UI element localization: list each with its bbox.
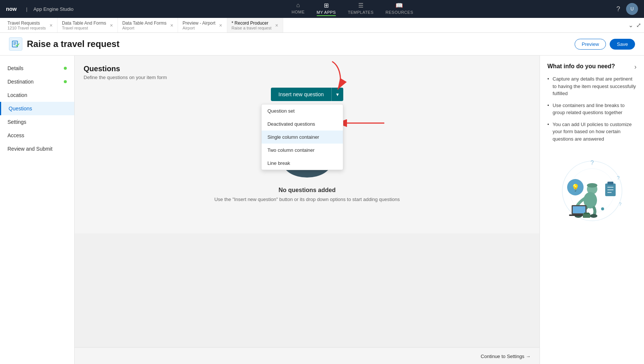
apps-icon: ⊞ <box>324 2 329 9</box>
svg-rect-39 <box>573 206 585 213</box>
svg-rect-42 <box>584 213 589 214</box>
tab-preview-airport[interactable]: Preview - Airport Airport × <box>178 18 227 32</box>
now-logo: now <box>6 5 21 13</box>
user-avatar[interactable]: U <box>626 3 638 15</box>
main-layout: Details Destination Location Questions S… <box>0 56 644 364</box>
preview-button[interactable]: Preview <box>575 39 606 50</box>
tab-bar: Travel Requests 1210 Travel requests × D… <box>0 18 644 33</box>
tab-close-data-airport[interactable]: × <box>170 22 173 28</box>
right-panel-toggle[interactable]: › <box>634 63 637 71</box>
sidebar-label-location: Location <box>7 92 27 98</box>
insert-new-question-button[interactable]: Insert new question <box>271 88 331 101</box>
tab-expand-button[interactable]: ⤢ <box>636 22 641 29</box>
page-header: Raise a travel request Preview Save <box>0 33 644 56</box>
empty-title: No questions added <box>279 187 336 194</box>
tab-record-producer[interactable]: * Record Producer Raise a travel request… <box>227 18 283 32</box>
tab-bar-right: ⌄ ⤢ <box>628 22 641 29</box>
dropdown-item-two-column[interactable]: Two column container <box>262 144 343 157</box>
sidebar-item-questions[interactable]: Questions <box>0 102 74 115</box>
insert-dropdown-toggle[interactable]: ▾ <box>331 88 343 101</box>
content-area: Questions Define the questions on your i… <box>75 56 540 233</box>
nav-templates[interactable]: ☰ TEMPLATES <box>348 2 373 16</box>
dropdown-item-single-column[interactable]: Single column container <box>262 131 343 144</box>
svg-text:?: ? <box>617 175 620 181</box>
tab-close-travel[interactable]: × <box>50 22 53 28</box>
logo-area: now | App Engine Studio <box>6 5 74 13</box>
dropdown-item-question-set[interactable]: Question set <box>262 104 343 117</box>
nav-items: ⌂ HOME ⊞ MY APPS ☰ TEMPLATES 📖 RESOURCES <box>88 2 616 16</box>
continue-to-settings-button[interactable]: Continue to Settings → <box>481 354 531 359</box>
sidebar-dot-details <box>64 67 67 70</box>
content-wrapper: Questions Define the questions on your i… <box>75 56 540 364</box>
tab-close-data-travel[interactable]: × <box>110 22 113 28</box>
tab-close-preview[interactable]: × <box>219 22 222 28</box>
studio-name: App Engine Studio <box>33 6 74 12</box>
svg-point-34 <box>587 183 597 188</box>
resources-icon: 📖 <box>396 2 403 9</box>
empty-desc: Use the "Insert new question" button or … <box>214 197 400 202</box>
sidebar-label-review: Review and Submit <box>7 146 53 152</box>
tab-travel-requests[interactable]: Travel Requests 1210 Travel requests × <box>3 18 57 32</box>
right-panel: What info do you need? › Capture any det… <box>540 56 644 364</box>
top-navigation: now | App Engine Studio ⌂ HOME ⊞ MY APPS… <box>0 0 644 18</box>
insert-btn-container: Insert new question ▾ <box>271 88 343 101</box>
sidebar-item-review[interactable]: Review and Submit <box>0 142 74 156</box>
sidebar-label-access: Access <box>7 132 24 138</box>
dropdown-item-deactivated[interactable]: Deactivated questions <box>262 117 343 131</box>
continue-btn-area: Continue to Settings → <box>75 347 540 364</box>
svg-text:now: now <box>6 6 17 12</box>
person-svg: ? ? ? 💡 <box>547 150 637 225</box>
nav-right: ? U <box>616 3 638 15</box>
sidebar-dot-destination <box>64 80 67 83</box>
sidebar-item-location[interactable]: Location <box>0 88 74 102</box>
info-item-3: You can add UI policies to customize you… <box>547 121 637 143</box>
sidebar-label-questions: Questions <box>9 106 32 112</box>
sidebar-label-details: Details <box>7 65 24 71</box>
insert-btn-group: Insert new question ▾ <box>271 88 343 101</box>
home-icon: ⌂ <box>296 2 300 9</box>
content-subtitle: Define the questions on your item form <box>84 75 531 80</box>
page-icon <box>9 37 22 51</box>
sidebar-item-settings[interactable]: Settings <box>0 115 74 129</box>
dropdown-menu: Question set Deactivated questions Singl… <box>261 104 343 170</box>
right-panel-title: What info do you need? <box>547 63 615 70</box>
tab-close-record[interactable]: × <box>275 22 278 28</box>
person-illustration: ? ? ? 💡 <box>547 150 637 225</box>
sidebar-item-destination[interactable]: Destination <box>0 75 74 88</box>
sidebar-item-details[interactable]: Details <box>0 62 74 75</box>
svg-text:💡: 💡 <box>571 183 580 192</box>
tab-data-table-airport[interactable]: Data Table And Forms Airport × <box>118 18 178 32</box>
sidebar-item-access[interactable]: Access <box>0 129 74 142</box>
svg-point-37 <box>590 214 597 218</box>
svg-rect-29 <box>607 182 613 185</box>
info-item-2: Use containers and line breaks to group … <box>547 102 637 116</box>
content-main: Questions Define the questions on your i… <box>75 56 540 347</box>
sidebar-label-destination: Destination <box>7 79 34 85</box>
info-item-1: Capture any details that are pertinent t… <box>547 75 637 97</box>
content-header: Questions Define the questions on your i… <box>84 65 531 80</box>
save-button[interactable]: Save <box>610 39 635 50</box>
templates-icon: ☰ <box>358 2 364 9</box>
sidebar: Details Destination Location Questions S… <box>0 56 75 364</box>
tab-overflow-button[interactable]: ⌄ <box>628 22 633 29</box>
svg-point-43 <box>601 207 604 210</box>
dropdown-item-line-break[interactable]: Line break <box>262 157 343 170</box>
nav-home[interactable]: ⌂ HOME <box>292 2 305 16</box>
nav-resources[interactable]: 📖 RESOURCES <box>385 2 413 16</box>
tab-data-table-travel[interactable]: Data Table And Forms Travel request × <box>57 18 118 32</box>
page-title: Raise a travel request <box>27 39 119 49</box>
svg-text:?: ? <box>591 160 594 166</box>
content-title: Questions <box>84 65 531 73</box>
nav-my-apps[interactable]: ⊞ MY APPS <box>317 2 336 16</box>
info-list: Capture any details that are pertinent t… <box>547 75 637 142</box>
svg-text:?: ? <box>619 201 621 207</box>
sidebar-label-settings: Settings <box>7 119 26 125</box>
header-actions: Preview Save <box>575 39 635 50</box>
help-button[interactable]: ? <box>616 5 620 13</box>
page-title-area: Raise a travel request <box>9 37 119 51</box>
insert-btn-area: Insert new question ▾ <box>84 88 531 101</box>
